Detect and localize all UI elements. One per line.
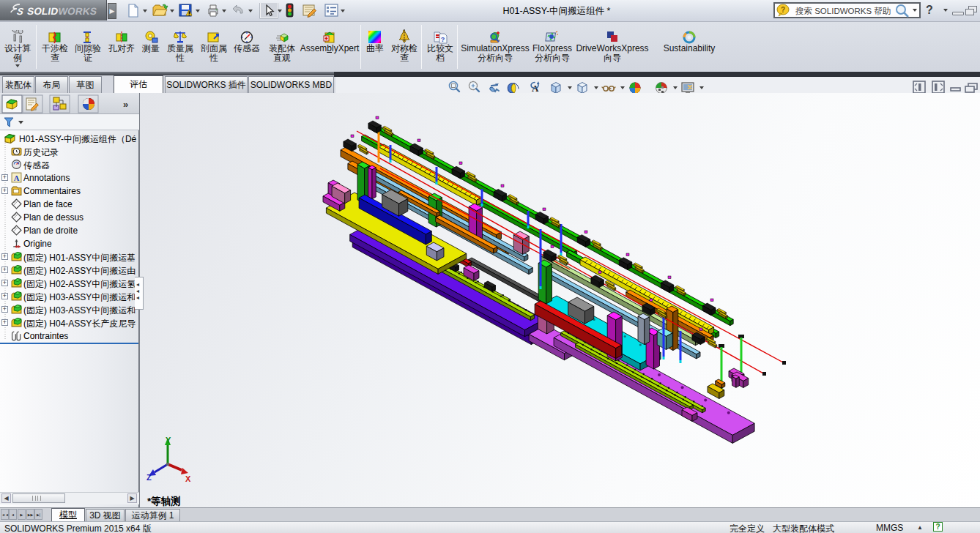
svg-text:»: » <box>123 99 128 110</box>
svg-text:X: X <box>185 474 191 483</box>
svg-text:?: ? <box>781 6 785 14</box>
svg-text:Z: Z <box>146 473 152 482</box>
svg-text:SOLIDWORKS: SOLIDWORKS <box>26 6 98 17</box>
svg-text:S: S <box>16 6 25 17</box>
svg-text:Y: Y <box>166 436 171 444</box>
svg-text:?: ? <box>441 36 445 43</box>
